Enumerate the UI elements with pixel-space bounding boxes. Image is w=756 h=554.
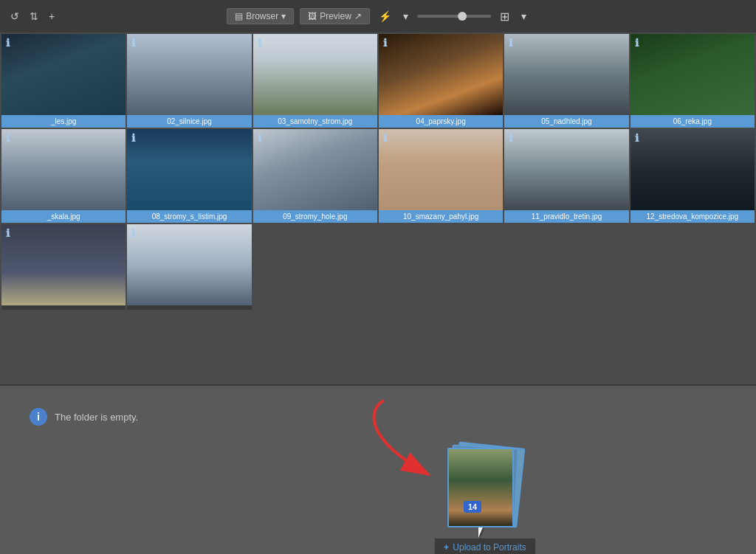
thumb-image-paprsky: ℹ xyxy=(379,34,503,115)
info-icon-stredova[interactable]: ℹ xyxy=(635,132,639,144)
browser-button[interactable]: ▤ Browser ▾ xyxy=(227,8,294,24)
thumb-stromy-hole[interactable]: ℹ 09_stromy_hole.jpg xyxy=(253,129,377,223)
info-icon-silnice[interactable]: ℹ xyxy=(131,37,135,49)
info-icon-les[interactable]: ℹ xyxy=(6,37,10,49)
thumb-image-smazany: ℹ xyxy=(379,129,503,210)
info-icon-stromy-list[interactable]: ℹ xyxy=(131,132,135,144)
zoom-slider-thumb[interactable] xyxy=(458,12,467,21)
preview-button[interactable]: 🖼 Preview ↗ xyxy=(300,8,370,24)
thumb-skala[interactable]: ℹ _skala.jpg xyxy=(1,129,126,223)
thumb-label-empty1 xyxy=(1,305,126,310)
thumb-strom[interactable]: ℹ 03_samotny_strom.jpg xyxy=(253,34,377,128)
preview-label: Preview xyxy=(320,11,351,21)
grid-view-button[interactable]: ⊞ xyxy=(497,7,512,27)
browser-area: ℹ _les.jpg ℹ 02_silnice.jpg ℹ 03_samotny… xyxy=(0,32,756,384)
thumb-image-empty2: ℹ xyxy=(127,224,251,305)
thumb-image-pravidlo: ℹ xyxy=(504,129,628,210)
thumb-label-skala: _skala.jpg xyxy=(1,210,126,223)
toolbar-center: ▤ Browser ▾ 🖼 Preview ↗ ⚡ ▾ ⊞ ▾ xyxy=(227,7,529,27)
sort-button[interactable]: ⇅ xyxy=(27,7,41,25)
empty-folder-message: i The folder is empty. xyxy=(15,401,153,433)
empty-folder-text: The folder is empty. xyxy=(55,412,138,423)
thumb-image-stromy-hole: ℹ xyxy=(253,129,377,210)
toolbar-left: ↺ ⇅ + xyxy=(7,7,58,25)
thumb-label-nadhled: 05_nadhled.jpg xyxy=(504,115,628,128)
info-icon-empty1[interactable]: ℹ xyxy=(6,227,10,239)
thumb-label-empty2 xyxy=(127,305,251,310)
zoom-slider[interactable] xyxy=(417,15,491,18)
thumb-image-les: ℹ xyxy=(1,34,126,115)
info-icon-paprsky[interactable]: ℹ xyxy=(383,37,387,49)
thumb-stredova[interactable]: ℹ 12_stredova_kompozice.jpg xyxy=(630,129,755,223)
thumb-label-stromy-hole: 09_stromy_hole.jpg xyxy=(253,210,377,223)
photo-stack: 14 xyxy=(441,445,523,533)
info-icon-pravidlo[interactable]: ℹ xyxy=(509,132,512,144)
info-icon-reka[interactable]: ℹ xyxy=(635,37,639,49)
back-button[interactable]: ↺ xyxy=(7,7,22,25)
photo-icon: 🖼 xyxy=(308,11,317,21)
info-icon-circle: i xyxy=(30,408,47,426)
info-icon-skala[interactable]: ℹ xyxy=(6,132,10,144)
flash-button[interactable]: ⚡ xyxy=(376,7,394,25)
thumb-reka[interactable]: ℹ 06_reka.jpg xyxy=(630,34,755,128)
thumb-image-strom: ℹ xyxy=(253,34,377,115)
thumb-empty1[interactable]: ℹ xyxy=(1,224,126,310)
info-icon-strom[interactable]: ℹ xyxy=(258,37,261,49)
thumb-label-reka: 06_reka.jpg xyxy=(630,115,755,128)
thumb-label-pravidlo: 11_pravidlo_tretin.jpg xyxy=(504,210,628,223)
mouse-cursor xyxy=(478,527,487,541)
thumb-image-silnice: ℹ xyxy=(127,34,251,115)
browser-label: Browser xyxy=(246,11,278,21)
stack-card-front xyxy=(447,448,514,527)
thumb-les[interactable]: ℹ _les.jpg xyxy=(1,34,126,128)
thumb-smazany[interactable]: ℹ 10_smazany_pahyl.jpg xyxy=(379,129,503,223)
photo-count-badge: 14 xyxy=(464,501,481,513)
info-icon-empty2[interactable]: ℹ xyxy=(131,227,135,239)
thumb-image-stredova: ℹ xyxy=(630,129,755,210)
thumb-image-empty1: ℹ xyxy=(1,224,126,305)
thumb-image-nadhled: ℹ xyxy=(504,34,628,115)
browser-icon: ▤ xyxy=(235,11,243,21)
stack-front-image xyxy=(449,449,512,526)
thumb-image-reka: ℹ xyxy=(630,34,755,115)
thumb-pravidlo[interactable]: ℹ 11_pravidlo_tretin.jpg xyxy=(504,129,628,223)
thumb-label-stromy-list: 08_stromy_s_listim.jpg xyxy=(127,210,251,223)
thumb-label-silnice: 02_silnice.jpg xyxy=(127,115,251,128)
flash-dropdown[interactable]: ▾ xyxy=(400,7,411,25)
info-icon-nadhled[interactable]: ℹ xyxy=(509,37,512,49)
plus-icon: + xyxy=(444,542,449,553)
info-icon-stromy-hole[interactable]: ℹ xyxy=(258,132,261,144)
thumb-label-les: _les.jpg xyxy=(1,115,126,128)
add-button[interactable]: + xyxy=(46,7,58,25)
thumb-empty2[interactable]: ℹ xyxy=(127,224,251,310)
toolbar: ↺ ⇅ + ▤ Browser ▾ 🖼 Preview ↗ ⚡ ▾ ⊞ ▾ xyxy=(0,0,756,32)
thumb-image-skala: ℹ xyxy=(1,129,126,210)
thumb-stromy-list[interactable]: ℹ 08_stromy_s_listim.jpg xyxy=(127,129,251,223)
bottom-area: i The folder is empty. 14 + Upload to Po… xyxy=(0,386,756,554)
upload-label: Upload to Portraits xyxy=(453,542,526,553)
thumb-label-strom: 03_samotny_strom.jpg xyxy=(253,115,377,128)
grid-dropdown[interactable]: ▾ xyxy=(518,7,529,25)
thumb-label-stredova: 12_stredova_kompozice.jpg xyxy=(630,210,755,223)
browser-dropdown-icon: ▾ xyxy=(281,11,286,21)
external-icon: ↗ xyxy=(354,11,362,21)
thumb-paprsky[interactable]: ℹ 04_paprsky.jpg xyxy=(379,34,503,128)
drag-group: 14 + Upload to Portraits xyxy=(441,445,523,533)
thumb-image-stromy-list: ℹ xyxy=(127,129,251,210)
info-icon-smazany[interactable]: ℹ xyxy=(383,132,387,144)
thumb-nadhled[interactable]: ℹ 05_nadhled.jpg xyxy=(504,34,628,128)
thumb-label-paprsky: 04_paprsky.jpg xyxy=(379,115,503,128)
thumb-label-smazany: 10_smazany_pahyl.jpg xyxy=(379,210,503,223)
thumb-silnice[interactable]: ℹ 02_silnice.jpg xyxy=(127,34,251,128)
thumbnail-grid: ℹ _les.jpg ℹ 02_silnice.jpg ℹ 03_samotny… xyxy=(0,32,756,311)
